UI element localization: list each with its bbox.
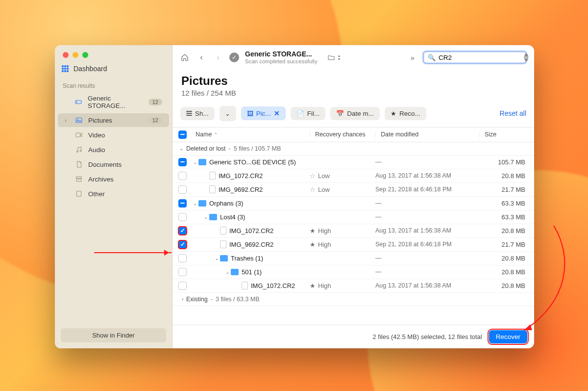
row-checkbox[interactable] <box>178 172 187 180</box>
pictures-icon <box>74 116 83 124</box>
dashboard-icon <box>62 65 69 72</box>
row-recovery: ☆Low <box>310 172 375 180</box>
filter-recovery-button[interactable]: ★ Reco... <box>385 107 426 120</box>
row-checkbox[interactable] <box>178 254 187 262</box>
remove-filter-icon[interactable]: ✕ <box>274 109 280 117</box>
file-list: ⌄ Deleted or lost - 5 files / 105.7 MB ⌄… <box>172 142 534 325</box>
filter-show-button[interactable]: Sh... <box>180 107 215 120</box>
row-checkbox[interactable] <box>178 227 187 235</box>
row-checkbox[interactable] <box>178 268 187 276</box>
table-row[interactable]: ⌄501 (1)—20.8 MB <box>172 265 534 279</box>
minimize-window-button[interactable] <box>73 52 78 58</box>
row-checkbox[interactable] <box>178 185 187 194</box>
sidebar-item-audio[interactable]: Audio <box>58 143 169 156</box>
archives-icon <box>74 175 83 183</box>
chevron-down-icon[interactable]: ⌄ <box>213 256 220 261</box>
filter-show-dropdown[interactable]: ⌄ <box>220 106 236 121</box>
row-size: 21.7 MB <box>479 186 528 193</box>
group-existing-header[interactable]: ⌄ Existing - 3 files / 63.3 MB <box>172 293 534 306</box>
select-all-checkbox[interactable] <box>178 130 187 139</box>
reset-filters-button[interactable]: Reset all <box>500 109 526 117</box>
recover-button[interactable]: Recover <box>489 330 527 343</box>
app-window: Dashboard Scan results Generic STORAGE..… <box>55 45 534 348</box>
group-title: Existing <box>186 296 208 303</box>
video-icon <box>74 131 83 139</box>
filter-file-button[interactable]: 📄 Fil... <box>291 107 326 120</box>
svg-rect-9 <box>76 191 81 197</box>
star-icon: ★ <box>310 227 316 235</box>
row-name: IMG_1072.CR2 <box>187 282 310 289</box>
chevron-down-icon[interactable]: ⌄ <box>192 201 198 206</box>
location-picker[interactable]: ▴▾ <box>326 53 340 61</box>
drive-icon <box>74 98 83 106</box>
folder-icon <box>198 159 206 165</box>
table-row[interactable]: IMG_1072.CR2★HighAug 13, 2017 at 1:56:38… <box>172 224 534 238</box>
dashboard-link[interactable]: Dashboard <box>55 63 172 79</box>
sliders-icon <box>186 111 192 116</box>
table-row[interactable]: IMG_1072.CR2★HighAug 13, 2017 at 1:56:38… <box>172 279 534 293</box>
forward-button[interactable]: › <box>213 52 223 63</box>
table-row[interactable]: ⌄Orphans (3)—63.3 MB <box>172 197 534 210</box>
sidebar-item-archives[interactable]: Archives <box>58 172 169 186</box>
sidebar-item-pictures[interactable]: › Pictures 12 <box>58 113 169 127</box>
row-checkbox[interactable] <box>178 199 187 208</box>
sidebar-item-video[interactable]: Video <box>58 128 169 142</box>
chevron-down-icon[interactable]: ⌄ <box>192 159 198 165</box>
row-date: Aug 13, 2017 at 1:56:38 AM <box>375 172 479 179</box>
row-checkbox[interactable] <box>178 213 187 221</box>
table-row[interactable]: IMG_9692.CR2★HighSep 21, 2018 at 6:46:18… <box>172 238 534 252</box>
row-date: — <box>375 158 479 165</box>
page-subtitle: 12 files / 254 MB <box>181 89 525 97</box>
row-size: 21.7 MB <box>479 241 528 248</box>
file-icon <box>220 227 226 235</box>
row-date: — <box>375 200 479 207</box>
sidebar-item-device[interactable]: Generic STORAGE... 12 <box>58 92 169 112</box>
page-heading: Pictures 12 files / 254 MB <box>172 69 534 99</box>
row-checkbox[interactable] <box>178 240 187 249</box>
sidebar-badge: 12 <box>148 99 162 105</box>
close-window-button[interactable] <box>63 52 69 58</box>
footer-bar: 2 files (42.5 MB) selected, 12 files tot… <box>172 325 534 348</box>
column-recovery[interactable]: Recovery chances <box>310 131 375 138</box>
column-size[interactable]: Size <box>479 131 528 138</box>
row-checkbox[interactable] <box>178 158 187 166</box>
filter-pictures-chip[interactable]: 🖼 Pic... ✕ <box>241 106 286 120</box>
chevron-down-icon[interactable]: ⌄ <box>224 269 231 275</box>
sidebar-item-documents[interactable]: Documents <box>58 157 169 171</box>
column-date[interactable]: Date modified <box>375 131 479 138</box>
group-meta: 3 files / 63.3 MB <box>216 296 260 303</box>
star-icon: ☆ <box>310 186 316 193</box>
search-input[interactable] <box>439 54 521 61</box>
back-button[interactable]: ‹ <box>196 52 207 63</box>
show-in-finder-button[interactable]: Show in Finder <box>61 328 166 342</box>
group-deleted-header[interactable]: ⌄ Deleted or lost - 5 files / 105.7 MB <box>172 142 534 156</box>
svg-point-6 <box>80 150 81 152</box>
folder-icon <box>198 200 206 207</box>
stepper-icon: ▴▾ <box>338 54 340 61</box>
row-checkbox[interactable] <box>178 282 187 290</box>
filter-date-button[interactable]: 📅 Date m... <box>330 107 380 120</box>
row-size: 63.3 MB <box>479 200 528 207</box>
column-name[interactable]: Name⌃ <box>187 131 310 138</box>
home-button[interactable] <box>179 52 190 63</box>
chevron-down-icon[interactable]: ⌄ <box>202 214 209 220</box>
sidebar-item-other[interactable]: Other <box>58 187 169 201</box>
table-row[interactable]: IMG_1072.CR2☆LowAug 13, 2017 at 1:56:38 … <box>172 169 534 183</box>
row-name: IMG_1072.CR2 <box>187 172 310 180</box>
maximize-window-button[interactable] <box>82 52 88 58</box>
table-row[interactable]: IMG_9692.CR2☆LowSep 21, 2018 at 6:46:18 … <box>172 183 534 197</box>
sort-asc-icon: ⌃ <box>214 132 218 137</box>
row-date: Aug 13, 2017 at 1:56:38 AM <box>375 227 479 234</box>
file-icon: 📄 <box>296 110 304 117</box>
table-header: Name⌃ Recovery chances Date modified Siz… <box>172 128 534 142</box>
table-row[interactable]: ⌄Trashes (1)—20.8 MB <box>172 252 534 265</box>
table-row[interactable]: ⌄Generic STO...GE DEVICE (5)—105.7 MB <box>172 156 534 169</box>
search-field[interactable]: 🔍 ✕ <box>422 51 527 64</box>
clear-search-button[interactable]: ✕ <box>524 53 528 61</box>
overflow-button[interactable]: » <box>409 53 416 62</box>
row-size: 105.7 MB <box>479 158 528 166</box>
table-row[interactable]: ⌄Lost4 (3)—63.3 MB <box>172 210 534 224</box>
row-name: ⌄Trashes (1) <box>187 255 310 262</box>
other-icon <box>74 190 83 198</box>
row-name: ⌄Orphans (3) <box>187 200 310 207</box>
